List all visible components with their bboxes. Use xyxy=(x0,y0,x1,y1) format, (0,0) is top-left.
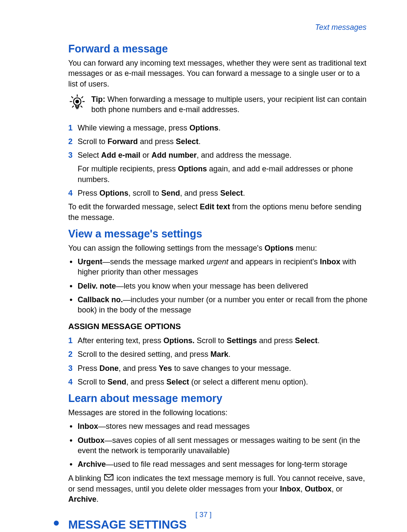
list-item: 4 Scroll to Send, and press Select (or s… xyxy=(68,377,369,387)
view-bullets: Urgent—sends the message marked urgent a… xyxy=(68,257,369,315)
heading-memory: Learn about message memory xyxy=(68,391,369,406)
page-number: [ 37 ] xyxy=(0,510,407,520)
svg-point-1 xyxy=(76,100,79,104)
list-item: 1 After entering text, press Options. Sc… xyxy=(68,335,369,346)
list-item: Archive—used to file read messages and s… xyxy=(68,459,369,469)
running-header: Text messages xyxy=(68,22,366,32)
memory-bullets: Inbox—stores new messages and read messa… xyxy=(68,421,369,469)
forward-intro: You can forward any incoming text messag… xyxy=(68,58,369,89)
list-item: 3 Select Add e-mail or Add number, and a… xyxy=(68,150,369,185)
list-item: 3 Press Done, and press Yes to save chan… xyxy=(68,363,369,373)
list-item: 1 While viewing a message, press Options… xyxy=(68,123,369,133)
memory-intro: Messages are stored in the following loc… xyxy=(68,408,369,418)
list-item: Urgent—sends the message marked urgent a… xyxy=(68,257,369,278)
heading-forward: Forward a message xyxy=(68,42,369,56)
list-item: 2 Scroll to the desired setting, and pre… xyxy=(68,349,369,359)
tip-block: Tip: When forwarding a message to multip… xyxy=(68,93,369,119)
forward-steps: 1 While viewing a message, press Options… xyxy=(68,123,369,199)
list-item: 4 Press Options, scroll to Send, and pre… xyxy=(68,188,369,198)
envelope-icon xyxy=(104,473,113,483)
list-item: Inbox—stores new messages and read messa… xyxy=(68,421,369,431)
list-item: Outbox—saves copies of all sent messages… xyxy=(68,435,369,456)
list-item: 2 Scroll to Forward and press Select. xyxy=(68,136,369,147)
heading-view-settings: View a message's settings xyxy=(68,227,369,241)
tip-lightbulb-icon xyxy=(68,93,86,114)
view-intro: You can assign the following settings fr… xyxy=(68,243,369,253)
list-item: Callback no.—includes your number (or a … xyxy=(68,295,369,315)
page: Text messages Forward a message You can … xyxy=(0,0,407,532)
memory-closing: A blinking icon indicates the text messa… xyxy=(68,473,369,505)
tip-text: Tip: When forwarding a message to multip… xyxy=(91,94,369,115)
assign-steps: 1 After entering text, press Options. Sc… xyxy=(68,335,369,387)
forward-closing: To edit the forwarded message, select Ed… xyxy=(68,202,369,223)
heading-assign: ASSIGN MESSAGE OPTIONS xyxy=(68,321,369,332)
list-item: Deliv. note—lets you know when your mess… xyxy=(68,281,369,291)
